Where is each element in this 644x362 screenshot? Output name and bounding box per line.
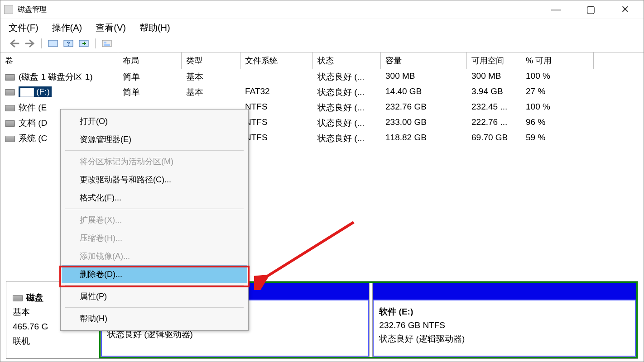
ctx-separator [65,150,244,151]
ctx-separator [65,209,244,209]
menubar: 文件(F) 操作(A) 查看(V) 帮助(H) [0,19,644,37]
drive-icon [5,136,15,142]
col-fs[interactable]: 文件系统 [240,52,313,69]
ctx-help[interactable]: 帮助(H) [62,310,247,328]
col-volume[interactable]: 卷 [0,52,118,69]
menu-action[interactable]: 操作(A) [52,22,82,34]
maximize-button[interactable]: ▢ [580,5,601,14]
table-row-selected[interactable]: ▇▇ (F:) 简单 基本 FAT32 状态良好 (... 14.40 GB 3… [0,85,644,100]
ctx-separator [65,307,244,308]
col-status[interactable]: 状态 [313,52,381,69]
col-free[interactable]: 可用空间 [467,52,521,69]
col-layout[interactable]: 布局 [118,52,182,69]
drive-icon [5,89,15,95]
table-row[interactable]: (磁盘 1 磁盘分区 1) 简单 基本 状态良好 (... 300 MB 300… [0,69,644,85]
svg-line-7 [263,222,354,279]
ctx-properties[interactable]: 属性(P) [62,287,247,305]
col-capacity[interactable]: 容量 [381,52,467,69]
disk-management-window: 磁盘管理 — ▢ ✕ 文件(F) 操作(A) 查看(V) 帮助(H) ? 卷 布… [0,0,644,362]
drive-icon [5,105,15,111]
minimize-button[interactable]: — [546,5,567,14]
svg-rect-5 [104,42,106,43]
col-type[interactable]: 类型 [182,52,240,69]
toolbar-separator [95,38,96,48]
ctx-delete-volume[interactable]: 删除卷(D)... [62,265,247,283]
toolbar-icon-4[interactable] [101,38,113,48]
app-icon [4,5,13,14]
toolbar-icon-1[interactable] [47,38,59,48]
partition-right[interactable]: 软件 (E:) 232.76 GB NTFS 状态良好 (逻辑驱动器) [372,283,636,357]
ctx-format[interactable]: 格式化(F)... [62,189,247,207]
ctx-mark-active: 将分区标记为活动分区(M) [62,152,247,171]
toolbar-icon-3[interactable] [78,38,90,48]
close-button[interactable]: ✕ [615,5,635,14]
ctx-explorer[interactable]: 资源管理器(E) [62,130,247,148]
forward-icon[interactable] [24,38,36,48]
col-pct[interactable]: % 可用 [521,52,594,69]
menu-file[interactable]: 文件(F) [9,22,38,34]
ctx-open[interactable]: 打开(O) [62,112,247,130]
svg-rect-0 [48,40,58,47]
svg-rect-6 [104,44,110,46]
toolbar-separator [41,38,42,48]
disk-icon [13,295,23,301]
ctx-add-mirror: 添加镜像(A)... [62,247,247,265]
drive-icon [5,120,15,127]
ctx-shrink: 压缩卷(H)... [62,229,247,247]
partition-caption [373,283,636,300]
column-headers: 卷 布局 类型 文件系统 状态 容量 可用空间 % 可用 [0,52,644,69]
svg-text:?: ? [67,41,70,47]
menu-view[interactable]: 查看(V) [96,22,126,34]
menu-help[interactable]: 帮助(H) [139,22,170,34]
context-menu: 打开(O) 资源管理器(E) 将分区标记为活动分区(M) 更改驱动器号和路径(C… [60,109,249,331]
ctx-extend: 扩展卷(X)... [62,211,247,229]
toolbar: ? [0,37,644,52]
back-icon[interactable] [9,38,20,48]
ctx-change-letter[interactable]: 更改驱动器号和路径(C)... [62,171,247,189]
titlebar: 磁盘管理 — ▢ ✕ [0,0,644,19]
window-title: 磁盘管理 [18,5,546,14]
ctx-separator [65,285,244,286]
drive-icon [5,74,15,81]
help-icon[interactable]: ? [62,38,74,48]
annotation-arrow-icon [254,218,358,290]
